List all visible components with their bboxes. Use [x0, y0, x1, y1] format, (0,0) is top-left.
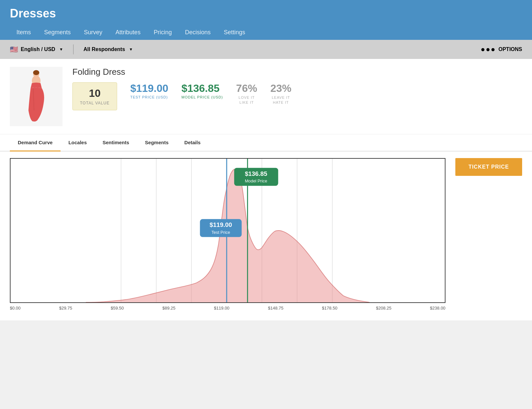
- model-price-value: $136.85: [182, 82, 223, 95]
- respondents-selector[interactable]: All Respondents ▼: [84, 46, 133, 52]
- locale-label: English / USD: [21, 46, 55, 52]
- tabs: Demand Curve Locales Sentiments Segments…: [10, 134, 522, 151]
- tab-locales[interactable]: Locales: [61, 134, 95, 151]
- x-label-4: $119.00: [214, 306, 229, 311]
- x-label-5: $148.75: [268, 306, 283, 311]
- love-stat: 76% LOVE ITLIKE IT: [236, 82, 257, 105]
- x-label-6: $178.50: [322, 306, 338, 311]
- dress-illustration: [20, 70, 53, 123]
- tabs-section: Demand Curve Locales Sentiments Segments…: [0, 134, 532, 151]
- model-price-label: MODEL PRICE (USD): [182, 95, 223, 99]
- leave-label: LEAVE ITHATE IT: [270, 95, 291, 105]
- svg-text:$119.00: $119.00: [210, 221, 232, 228]
- tab-segments[interactable]: Segments: [137, 134, 177, 151]
- nav-segments[interactable]: Segments: [38, 26, 77, 40]
- test-price-stat: $119.00 TEST PRICE (USD): [130, 82, 168, 99]
- total-value-stat: 10 TOTAL VALUE: [72, 82, 117, 110]
- header: Dresses Items Segments Survey Attributes…: [0, 0, 532, 40]
- leave-stat: 23% LEAVE ITHATE IT: [270, 82, 291, 105]
- x-label-1: $29.75: [59, 306, 72, 311]
- svg-text:Test Price: Test Price: [212, 230, 230, 235]
- toolbar: 🇺🇸 English / USD ▼ All Respondents ▼ ●●●…: [0, 40, 532, 59]
- toolbar-divider: [73, 44, 74, 54]
- product-info: Folding Dress 10 TOTAL VALUE $119.00 TES…: [72, 67, 522, 110]
- model-price-stat: $136.85 MODEL PRICE (USD): [182, 82, 223, 99]
- x-label-3: $89.25: [162, 306, 175, 311]
- respondents-dropdown-arrow: ▼: [129, 47, 133, 52]
- chart-xaxis: $0.00 $29.75 $59.50 $89.25 $119.00 $148.…: [10, 303, 445, 311]
- nav-decisions[interactable]: Decisions: [178, 26, 217, 40]
- total-value-label: TOTAL VALUE: [80, 101, 110, 105]
- locale-selector[interactable]: 🇺🇸 English / USD ▼: [10, 45, 63, 53]
- chart-section: $136.85 Model Price $119.00 Test Price $…: [0, 151, 532, 320]
- app-title: Dresses: [10, 7, 522, 20]
- x-label-2: $59.50: [111, 306, 124, 311]
- nav-settings[interactable]: Settings: [217, 26, 252, 40]
- product-section: Folding Dress 10 TOTAL VALUE $119.00 TES…: [0, 59, 532, 134]
- options-button[interactable]: ●●● OPTIONS: [481, 45, 522, 54]
- chart-area: $136.85 Model Price $119.00 Test Price: [10, 158, 445, 303]
- love-label: LOVE ITLIKE IT: [236, 95, 257, 105]
- test-price-value: $119.00: [130, 82, 168, 95]
- locale-dropdown-arrow: ▼: [59, 47, 63, 52]
- nav-pricing[interactable]: Pricing: [147, 26, 178, 40]
- tab-demand-curve[interactable]: Demand Curve: [10, 134, 61, 151]
- leave-pct: 23%: [270, 82, 291, 95]
- options-label: OPTIONS: [498, 46, 522, 52]
- x-label-0: $0.00: [10, 306, 21, 311]
- product-name: Folding Dress: [72, 67, 522, 77]
- tab-details[interactable]: Details: [176, 134, 208, 151]
- svg-text:$136.85: $136.85: [245, 170, 267, 177]
- svg-point-2: [33, 70, 39, 75]
- love-pct: 76%: [236, 82, 257, 95]
- chart-container: $136.85 Model Price $119.00 Test Price $…: [10, 158, 445, 311]
- demand-curve-chart: $136.85 Model Price $119.00 Test Price: [11, 159, 445, 302]
- options-dots-icon: ●●●: [481, 45, 496, 54]
- main-nav: Items Segments Survey Attributes Pricing…: [10, 26, 522, 40]
- test-price-label: TEST PRICE (USD): [130, 95, 168, 99]
- product-stats: 10 TOTAL VALUE $119.00 TEST PRICE (USD) …: [72, 82, 522, 110]
- tab-sentiments[interactable]: Sentiments: [95, 134, 137, 151]
- x-label-8: $238.00: [430, 306, 445, 311]
- product-image: [10, 67, 63, 126]
- flag-icon: 🇺🇸: [10, 45, 18, 53]
- x-label-7: $208.25: [376, 306, 392, 311]
- total-value-number: 10: [80, 87, 110, 99]
- nav-items[interactable]: Items: [10, 26, 38, 40]
- ticket-price-button[interactable]: TICKET PRICE: [455, 158, 522, 176]
- nav-survey[interactable]: Survey: [77, 26, 109, 40]
- nav-attributes[interactable]: Attributes: [109, 26, 147, 40]
- respondents-label: All Respondents: [84, 46, 125, 52]
- svg-text:Model Price: Model Price: [245, 178, 267, 183]
